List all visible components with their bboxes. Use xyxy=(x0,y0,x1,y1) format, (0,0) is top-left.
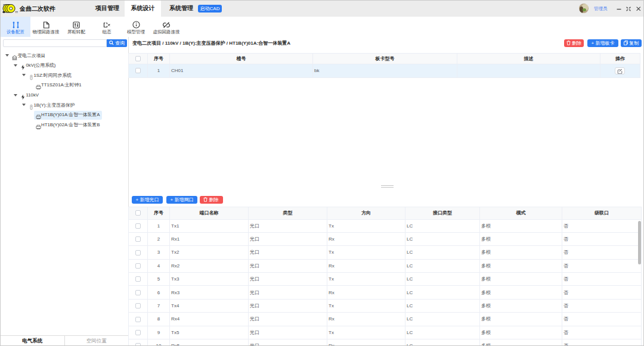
svg-text:TT: TT xyxy=(16,11,18,14)
